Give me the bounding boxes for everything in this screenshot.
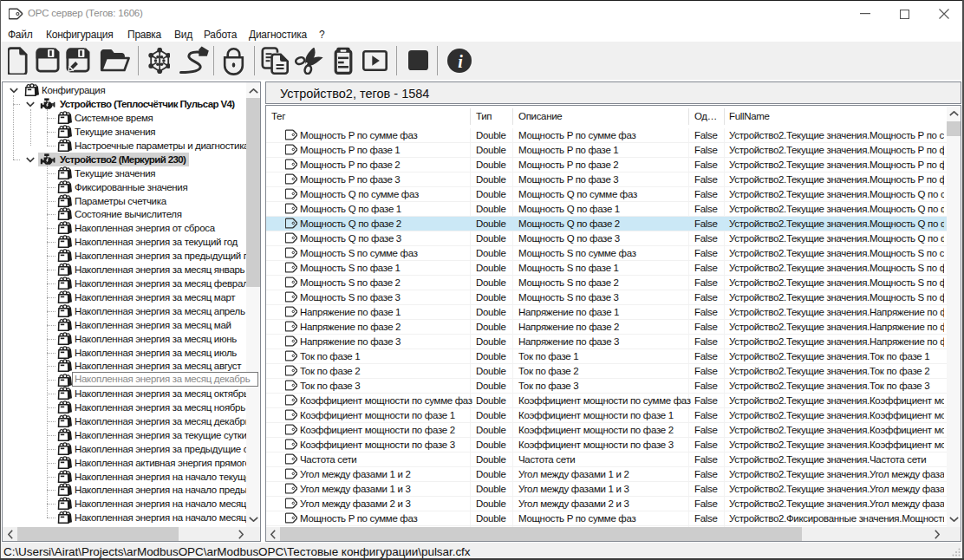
svg-text:i: i	[458, 51, 463, 70]
